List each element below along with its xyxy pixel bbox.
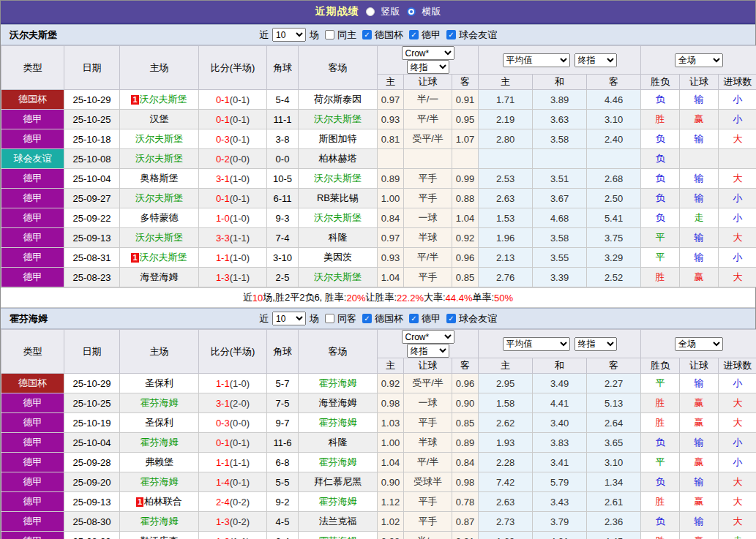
- result-handicap: 输: [680, 374, 719, 393]
- score-cell: 3-1(2-0): [199, 393, 267, 413]
- col-header-avg-2: 客: [587, 75, 641, 90]
- handicap-away-odds: 0.92: [452, 228, 479, 248]
- result-goals: 小: [719, 453, 756, 472]
- home-team-name: 汉堡: [150, 113, 169, 124]
- result-winlose: 胜: [641, 110, 680, 129]
- avg-away-odds: 2.36: [587, 512, 641, 532]
- match-row: 德甲25-08-23海登海姆1-3(1-1)2-5沃尔夫斯堡1.04平手0.85…: [1, 268, 756, 287]
- avg-away-odds: 1.34: [587, 472, 641, 492]
- league-checkbox-0-0[interactable]: [362, 30, 372, 39]
- full-score: 0-1: [216, 437, 230, 448]
- radio-horizontal-label[interactable]: 横版: [422, 5, 441, 18]
- result-winlose: 负: [641, 129, 680, 149]
- match-date: 25-10-29: [64, 90, 120, 110]
- handicap-home-odds: 0.93: [378, 248, 404, 268]
- corner-cell: 6-8: [267, 453, 299, 472]
- handicap-home-odds: 0.98: [378, 393, 404, 413]
- recent-count-select-1[interactable]: 10: [272, 312, 306, 325]
- away-team-name: 柏林赫塔: [319, 153, 357, 164]
- crow-group-header: Crow*终指: [378, 46, 479, 75]
- league-checkbox-1-0[interactable]: [362, 314, 372, 323]
- handicap-home-odds: 1.12: [378, 492, 404, 512]
- avg-away-odds: [587, 149, 641, 169]
- result-handicap: 输: [680, 129, 719, 149]
- match-date: 25-10-04: [64, 433, 120, 453]
- league-checkbox-0-1[interactable]: [409, 30, 419, 39]
- radio-vertical-label[interactable]: 竖版: [381, 5, 400, 18]
- radio-horizontal-layout[interactable]: [407, 7, 416, 16]
- header-group-row: 类型日期主场比分(半场)角球客场Crow*终指平均值终指全场: [1, 330, 756, 358]
- result-winlose: 胜: [641, 532, 680, 539]
- final-select-a-1[interactable]: 终指: [407, 344, 449, 358]
- league-label: 德甲: [422, 312, 441, 325]
- league-checkbox-1-1[interactable]: [409, 314, 419, 323]
- result-winlose: 负: [641, 90, 680, 110]
- same-venue-checkbox-0[interactable]: [325, 30, 334, 39]
- result-goals: 小: [719, 110, 756, 129]
- final-select-b-1[interactable]: 终指: [575, 337, 617, 351]
- avg-away-odds: 2.61: [587, 492, 641, 512]
- col-header-avg-0: 主: [479, 75, 533, 90]
- avg-draw-odds: 3.67: [533, 189, 587, 208]
- final-select-b-0[interactable]: 终指: [575, 53, 617, 67]
- radio-vertical-layout[interactable]: [366, 7, 375, 16]
- away-team: 沃尔夫斯堡: [299, 268, 378, 287]
- half-score: (0-1): [230, 134, 250, 145]
- crow-select-1[interactable]: Crow*: [402, 330, 454, 344]
- league-label: 德国杯: [375, 29, 403, 42]
- league-type-cell: 德甲: [1, 189, 64, 208]
- result-handicap: 输: [680, 433, 719, 453]
- fullmatch-select-0[interactable]: 全场: [675, 53, 723, 67]
- match-row: 球会友谊25-10-08沃尔夫斯堡0-2(0-0)0-0柏林赫塔负: [1, 149, 756, 169]
- handicap-line: 平/半: [404, 453, 452, 472]
- avg-home-odds: 1.69: [479, 532, 533, 539]
- handicap-home-odds: 0.97: [378, 90, 404, 110]
- same-venue-checkbox-1[interactable]: [325, 314, 334, 323]
- home-team: 沃尔夫斯堡: [120, 129, 199, 149]
- avg-select-1[interactable]: 平均值: [503, 337, 570, 351]
- fullmatch-select-1[interactable]: 全场: [675, 337, 723, 351]
- result-goals: 小: [719, 189, 756, 208]
- avg-home-odds: 2.19: [479, 110, 533, 129]
- half-score: (0-0): [230, 154, 250, 165]
- crow-select-0[interactable]: Crow*: [402, 46, 454, 60]
- handicap-away-odds: 0.78: [452, 492, 479, 512]
- avg-draw-odds: 3.39: [533, 268, 587, 287]
- corner-cell: 3-10: [267, 248, 299, 268]
- col-header-full-1: 让球: [680, 358, 719, 374]
- away-team-name: 霍芬海姆: [319, 496, 357, 507]
- handicap-away-odds: 0.88: [452, 189, 479, 208]
- home-team-name: 圣保利: [145, 417, 173, 428]
- col-header-base-5: 客场: [299, 330, 378, 374]
- corner-cell: 6-4: [267, 532, 299, 539]
- away-team: 美因茨: [299, 248, 378, 268]
- final-select-a-0[interactable]: 终指: [407, 60, 449, 74]
- home-team: 霍芬海姆: [120, 393, 199, 413]
- score-cell: 0-1(0-1): [199, 110, 267, 129]
- half-score: (1-0): [230, 378, 250, 389]
- recent-count-select-0[interactable]: 10: [272, 28, 306, 42]
- avg-select-0[interactable]: 平均值: [503, 53, 570, 67]
- league-type-cell: 德甲: [1, 393, 64, 413]
- full-score: 1-1: [216, 252, 230, 263]
- handicap-home-odds: 1.00: [378, 189, 404, 208]
- league-checkbox-0-2[interactable]: [446, 30, 456, 39]
- page-title: 近期战绩: [315, 5, 359, 18]
- full-score: 1-1: [216, 378, 230, 389]
- away-team-name: 沃尔夫斯堡: [314, 173, 362, 184]
- result-handicap: [680, 149, 719, 169]
- avg-away-odds: 2.68: [587, 169, 641, 189]
- home-team: 沃尔夫斯堡: [120, 228, 199, 248]
- league-checkbox-1-2[interactable]: [446, 314, 456, 323]
- handicap-line: 平手: [404, 189, 452, 208]
- score-cell: 3-3(1-1): [199, 228, 267, 248]
- handicap-home-odds: 0.81: [378, 129, 404, 149]
- col-header-base-2: 主场: [120, 330, 199, 374]
- avg-home-odds: 1.58: [479, 393, 533, 413]
- handicap-away-odds: 0.84: [452, 453, 479, 472]
- match-date: 25-09-22: [64, 208, 120, 228]
- result-goals: 小: [719, 374, 756, 393]
- avg-home-odds: 1.93: [479, 433, 533, 453]
- home-team: 1柏林联合: [120, 492, 199, 512]
- score-cell: 1-2(1-1): [199, 532, 267, 539]
